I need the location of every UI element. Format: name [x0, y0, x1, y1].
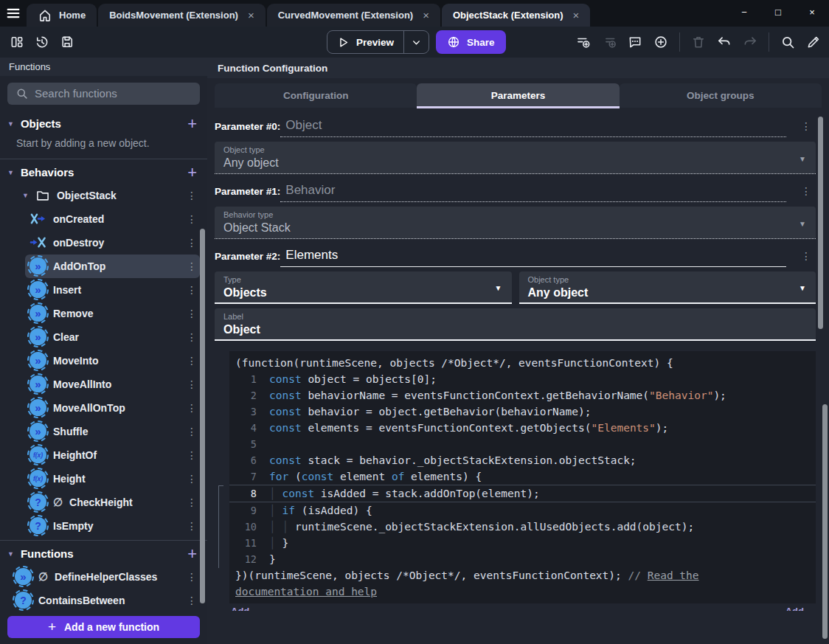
- add-behaviors-button[interactable]: +: [187, 165, 197, 181]
- history-icon[interactable]: [31, 31, 53, 53]
- preview-button[interactable]: Preview: [327, 31, 403, 53]
- code-editor-body[interactable]: (function(runtimeScene, objects /*Object…: [229, 351, 816, 603]
- sidebar-item-height[interactable]: f(x)Height⋮: [25, 467, 200, 491]
- item-menu-icon[interactable]: ⋮: [184, 426, 200, 437]
- layout-panels-icon[interactable]: [6, 31, 28, 53]
- code-token: (: [288, 471, 301, 482]
- maximize-button[interactable]: □: [761, 0, 795, 24]
- add-subevent-icon[interactable]: [598, 31, 620, 53]
- parameter-name-field[interactable]: Object: [280, 118, 786, 137]
- item-menu-icon[interactable]: ⋮: [184, 308, 200, 319]
- tab-objectstack-extension-[interactable]: ObjectStack (Extension)×: [442, 4, 590, 27]
- sidebar-item-clear[interactable]: »Clear⋮: [25, 325, 200, 349]
- chevron-down-icon[interactable]: ▼: [22, 192, 29, 199]
- sidebar-item-isempty[interactable]: ?IsEmpty⋮: [25, 514, 200, 538]
- chevron-down-icon[interactable]: ▼: [7, 169, 14, 176]
- fold-hint-icon[interactable]: ^: [229, 603, 816, 603]
- item-menu-icon[interactable]: ⋮: [184, 213, 200, 225]
- sidebar-item-remove[interactable]: »Remove⋮: [25, 302, 200, 325]
- share-button[interactable]: Share: [436, 30, 506, 54]
- tab-home[interactable]: Home: [27, 4, 97, 27]
- sidebar-item-insert[interactable]: »Insert⋮: [25, 278, 200, 302]
- add-functions-button[interactable]: +: [187, 546, 197, 562]
- redo-icon[interactable]: [739, 31, 761, 53]
- tab-boidsmovement-extension-[interactable]: BoidsMovement (Extension)×: [98, 4, 266, 27]
- item-menu-icon[interactable]: ⋮: [184, 520, 200, 532]
- parameter-menu-icon[interactable]: ⋮: [797, 250, 816, 267]
- edit-icon[interactable]: [802, 31, 825, 53]
- add-circle-icon[interactable]: [650, 31, 672, 53]
- item-menu-icon[interactable]: ⋮: [184, 260, 200, 272]
- behavior-group-objectstack[interactable]: ▼ObjectStack⋮: [0, 184, 200, 207]
- tab-close-icon[interactable]: ×: [248, 9, 254, 21]
- item-menu-icon[interactable]: ⋮: [184, 378, 200, 390]
- add-button[interactable]: Add: [785, 606, 804, 611]
- undo-icon[interactable]: [713, 31, 735, 53]
- parameter-menu-icon[interactable]: ⋮: [797, 185, 816, 202]
- sidebar-item-label: MoveAllInto: [53, 378, 111, 390]
- hamburger-icon[interactable]: [0, 0, 27, 27]
- item-menu-icon[interactable]: ⋮: [184, 449, 200, 461]
- comment-icon[interactable]: [624, 31, 646, 53]
- trash-icon[interactable]: [687, 31, 710, 53]
- dropdown-object-type[interactable]: Object typeAny object▼: [215, 142, 816, 174]
- chevron-down-icon[interactable]: ▼: [7, 120, 14, 128]
- sidebar-item-heightof[interactable]: f(x)HeightOf⋮: [25, 443, 200, 467]
- sidebar-item-addontop[interactable]: »AddOnTop⋮: [25, 255, 200, 278]
- dropdown-behavior-type[interactable]: Behavior typeObject Stack▼: [215, 207, 816, 239]
- code-scrollbar[interactable]: [822, 404, 828, 639]
- chevron-down-icon[interactable]: ▼: [7, 550, 14, 558]
- sidebar-item-containsbetween[interactable]: ?ContainsBetween⋮: [10, 589, 200, 612]
- search-input[interactable]: [35, 87, 192, 100]
- sidebar-scrollbar[interactable]: [200, 229, 205, 603]
- tab-parameters[interactable]: Parameters: [417, 83, 619, 108]
- item-menu-icon[interactable]: ⋮: [184, 402, 200, 414]
- sidebar-item-ondestroy[interactable]: onDestroy⋮: [25, 231, 200, 255]
- code-line-text: │ }: [269, 535, 288, 551]
- parameter-menu-icon[interactable]: ⋮: [797, 120, 816, 137]
- parameter-name-field[interactable]: Elements: [280, 248, 786, 267]
- add-parameter-button[interactable]: Add: [231, 606, 249, 611]
- save-icon[interactable]: [56, 31, 78, 53]
- search-icon[interactable]: [777, 31, 799, 53]
- item-menu-icon[interactable]: ⋮: [184, 237, 200, 249]
- documentation-link[interactable]: Read the: [648, 569, 699, 581]
- documentation-link[interactable]: documentation and help: [235, 586, 377, 598]
- item-menu-icon[interactable]: ⋮: [184, 355, 200, 367]
- item-menu-icon[interactable]: ⋮: [184, 284, 200, 296]
- item-menu-icon[interactable]: ⋮: [184, 496, 200, 508]
- item-menu-icon[interactable]: ⋮: [184, 190, 200, 201]
- tab-close-icon[interactable]: ×: [423, 9, 429, 21]
- sidebar-item-label: MoveInto: [53, 355, 98, 367]
- sidebar-item-moveinto[interactable]: »MoveInto⋮: [25, 349, 200, 373]
- code-token: const: [269, 454, 302, 466]
- add-new-function-button[interactable]: + Add a new function: [7, 616, 200, 638]
- dropdown-object-type[interactable]: Object typeAny object▼: [519, 271, 816, 304]
- dropdown-type[interactable]: TypeObjects▼: [215, 271, 512, 304]
- parameters-scrollbar[interactable]: [818, 117, 823, 329]
- tab-close-icon[interactable]: ×: [572, 9, 579, 21]
- preview-dropdown-button[interactable]: [403, 31, 429, 53]
- add-objects-button[interactable]: +: [187, 116, 197, 132]
- item-menu-icon[interactable]: ⋮: [184, 595, 200, 606]
- close-button[interactable]: ×: [795, 0, 829, 24]
- tab-label: BoidsMovement (Extension): [109, 10, 238, 21]
- tab-object-groups[interactable]: Object groups: [620, 83, 822, 108]
- field-label[interactable]: LabelObject: [215, 308, 816, 341]
- sidebar-item-shuffle[interactable]: »Shuffle⋮: [25, 420, 200, 443]
- parameter-name-field[interactable]: Behavior: [280, 183, 786, 202]
- item-menu-icon[interactable]: ⋮: [184, 571, 200, 583]
- item-menu-icon[interactable]: ⋮: [184, 473, 200, 485]
- sidebar-item-checkheight[interactable]: ?∅CheckHeight⋮: [25, 491, 200, 514]
- code-editor[interactable]: (function(runtimeScene, objects /*Object…: [229, 351, 816, 603]
- sidebar-item-moveallinto[interactable]: »MoveAllInto⋮: [25, 373, 200, 396]
- sidebar-item-definehelperclasses[interactable]: »∅DefineHelperClasses⋮: [10, 565, 200, 589]
- minimize-button[interactable]: −: [727, 0, 761, 24]
- add-event-icon[interactable]: [572, 31, 594, 53]
- sidebar-item-moveallontop[interactable]: »MoveAllOnTop⋮: [25, 396, 200, 420]
- behavior-group-label: ObjectStack: [57, 190, 117, 201]
- item-menu-icon[interactable]: ⋮: [184, 331, 200, 343]
- tab-configuration[interactable]: Configuration: [215, 83, 417, 108]
- tab-curvedmovement-extension-[interactable]: CurvedMovement (Extension)×: [267, 4, 440, 27]
- sidebar-item-oncreated[interactable]: onCreated⋮: [25, 207, 200, 231]
